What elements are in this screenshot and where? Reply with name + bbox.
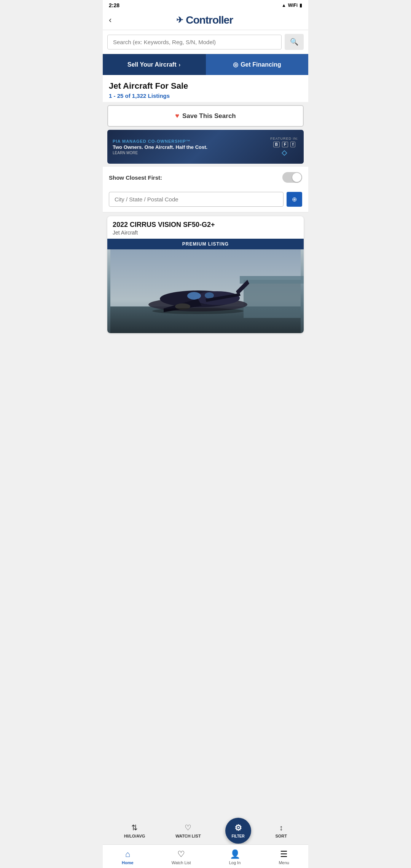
header: ‹ ✈ Controller <box>103 11 308 30</box>
heart-icon: ♥ <box>175 112 179 120</box>
location-input[interactable] <box>109 192 284 207</box>
listings-header: Jet Aircraft For Sale 1 - 25 of 1,322 Li… <box>103 75 308 102</box>
sell-aircraft-button[interactable]: Sell Your Aircraft › <box>103 54 205 75</box>
sell-arrow-icon: › <box>178 62 180 68</box>
home-icon: ⌂ <box>125 849 130 859</box>
battery-icon: ▮ <box>299 3 302 8</box>
closest-toggle-label: Show Closest First: <box>109 174 162 181</box>
bottom-toolbar: ⇅ HI/LO/AVG ♡ WATCH LIST ⚙ FILTER ↕ SORT <box>103 815 308 847</box>
watch-list-icon: ♡ <box>185 823 191 832</box>
listing-card[interactable]: 2022 CIRRUS VISION SF50-G2+ Jet Aircraft… <box>107 216 304 333</box>
banner-ad[interactable]: PIA MANAGED CO-OWNERSHIP™ Two Owners. On… <box>107 130 304 164</box>
svg-point-14 <box>152 308 244 314</box>
listing-info: 2022 CIRRUS VISION SF50-G2+ Jet Aircraft <box>107 216 304 239</box>
save-search-label: Save This Search <box>182 112 236 120</box>
financing-label: Get Financing <box>241 61 281 68</box>
banner-learn-more[interactable]: LEARN MORE <box>113 151 270 155</box>
logo: ✈ Controller <box>176 14 233 26</box>
hi-lo-icon: ⇅ <box>131 823 138 832</box>
plane-icon: ✈ <box>176 15 183 25</box>
financing-icon: ◎ <box>233 61 238 68</box>
bottom-nav: ⌂ Home ♡ Watch List 👤 Log In ☰ Menu <box>103 844 308 868</box>
location-bar: ⊕ <box>103 188 308 212</box>
watch-list-label: WATCH LIST <box>175 834 201 838</box>
svg-point-8 <box>187 292 201 300</box>
status-icons: ▲ WiFi ▮ <box>282 3 302 8</box>
watchlist-nav-icon: ♡ <box>177 849 185 859</box>
banner-pia-label: PIA MANAGED CO-OWNERSHIP™ <box>113 139 270 144</box>
flying-logo: F <box>282 142 288 147</box>
sort-button[interactable]: ↕ SORT <box>269 820 293 841</box>
hi-lo-label: HI/LO/AVG <box>124 834 145 838</box>
toggle-knob <box>292 173 301 182</box>
listing-subtitle: Jet Aircraft <box>113 230 298 236</box>
closest-toggle-section: Show Closest First: <box>103 167 308 188</box>
filter-label: FILTER <box>231 834 244 838</box>
nav-watchlist-label: Watch List <box>172 860 191 865</box>
listings-count: 1 - 25 of 1,322 Listings <box>109 93 302 99</box>
menu-icon: ☰ <box>280 849 288 859</box>
listing-title: 2022 CIRRUS VISION SF50-G2+ <box>113 221 298 229</box>
nav-login-label: Log In <box>229 860 241 865</box>
filter-button[interactable]: ⚙ FILTER <box>225 818 251 844</box>
aircraft-svg <box>107 249 304 333</box>
watch-list-button[interactable]: ♡ WATCH LIST <box>169 820 207 841</box>
signal-icon: ▲ <box>282 3 286 8</box>
sell-aircraft-label: Sell Your Aircraft <box>127 61 177 68</box>
forbes-logo: f <box>290 142 295 147</box>
nav-login[interactable]: 👤 Log In <box>225 848 245 866</box>
search-button[interactable]: 🔍 <box>285 34 304 50</box>
nav-menu-label: Menu <box>279 860 289 865</box>
get-financing-button[interactable]: ◎ Get Financing <box>205 54 308 75</box>
pia-logo: ◇ <box>282 148 287 157</box>
premium-badge: PREMIUM LISTING <box>107 239 304 249</box>
search-bar: 🔍 <box>103 30 308 54</box>
nav-home-label: Home <box>122 860 134 865</box>
sort-icon: ↕ <box>279 823 283 832</box>
nav-home[interactable]: ⌂ Home <box>117 848 138 866</box>
nav-watchlist[interactable]: ♡ Watch List <box>167 848 196 866</box>
filter-icon: ⚙ <box>234 823 242 833</box>
logo-text: Controller <box>186 14 233 26</box>
logo-container: ✈ Controller <box>117 14 304 26</box>
hi-lo-avg-button[interactable]: ⇅ HI/LO/AVG <box>118 820 151 841</box>
wifi-icon: WiFi <box>288 3 298 8</box>
save-search-button[interactable]: ♥ Save This Search <box>107 105 304 127</box>
banner-publications: B F f <box>273 142 296 147</box>
svg-point-9 <box>205 292 214 298</box>
banner-featured-label: Featured in: <box>270 137 298 140</box>
scroll-spacer <box>103 337 308 390</box>
banner-title: Two Owners. One Aircraft. Half the Cost. <box>113 144 270 150</box>
svg-rect-3 <box>240 276 304 284</box>
action-buttons: Sell Your Aircraft › ◎ Get Financing <box>103 54 308 75</box>
listing-image <box>107 249 304 333</box>
back-button[interactable]: ‹ <box>107 14 113 27</box>
banner-logos: Featured in: B F f ◇ <box>270 137 298 157</box>
status-time: 2:28 <box>109 2 119 8</box>
closest-toggle-switch[interactable] <box>282 172 302 183</box>
svg-rect-2 <box>244 280 301 318</box>
status-bar: 2:28 ▲ WiFi ▮ <box>103 0 308 11</box>
sort-label: SORT <box>275 834 287 838</box>
search-input[interactable] <box>107 35 282 49</box>
login-icon: 👤 <box>230 849 240 859</box>
location-detect-button[interactable]: ⊕ <box>287 192 302 207</box>
barrons-logo: B <box>273 142 280 147</box>
listings-title: Jet Aircraft For Sale <box>109 81 302 91</box>
banner-left: PIA MANAGED CO-OWNERSHIP™ Two Owners. On… <box>113 139 270 155</box>
nav-menu[interactable]: ☰ Menu <box>274 848 294 866</box>
